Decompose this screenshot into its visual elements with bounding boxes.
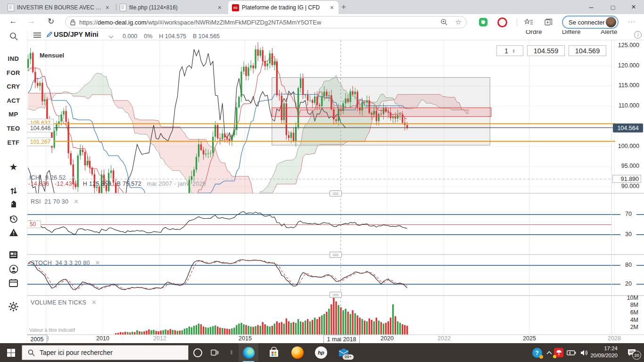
- favorites-star-icon[interactable]: ★: [0, 161, 27, 173]
- sidebar-item-for[interactable]: FOR: [0, 69, 27, 76]
- calendar-icon[interactable]: [0, 279, 27, 287]
- clock-date: 20/09/2020: [588, 352, 618, 359]
- settings-gear-icon[interactable]: [0, 302, 27, 312]
- taskbar-firefox-icon[interactable]: [288, 343, 307, 362]
- search-icon[interactable]: [0, 32, 27, 41]
- sidebar-item-mp[interactable]: MP: [0, 111, 27, 118]
- taskbar: Taper ici pour rechercher ‖ hp 99+ ?: [0, 343, 644, 362]
- task-view-icon[interactable]: [207, 343, 222, 362]
- sidebar-item-teo[interactable]: TEO: [0, 125, 27, 132]
- tray-notifications-icon[interactable]: 20: [623, 343, 640, 362]
- cortana-icon[interactable]: [191, 343, 204, 362]
- taskbar-clock[interactable]: 17:24 20/09/2020: [588, 345, 618, 359]
- taskbar-search-placeholder: Taper ici pour rechercher: [40, 349, 113, 356]
- taskbar-divider: ‖: [228, 343, 235, 362]
- sidebar-item-cry[interactable]: CRY: [0, 83, 27, 90]
- notification-badge: 20: [632, 351, 641, 360]
- alerts-warning-icon[interactable]: [0, 228, 27, 237]
- taskbar-store-icon[interactable]: [264, 343, 284, 362]
- sidebar-item-ind[interactable]: IND: [0, 55, 27, 62]
- sidebar-item-etf[interactable]: ETF: [0, 139, 27, 146]
- news-icon[interactable]: [0, 251, 27, 259]
- tray-battery-icon[interactable]: [565, 343, 578, 362]
- taskbar-search-icon: [28, 349, 35, 356]
- sidebar-item-act[interactable]: ACT: [0, 97, 27, 104]
- sidebar: INDFORCRYACTMPTEOETF ★: [0, 30, 27, 343]
- taskbar-edge-icon[interactable]: [239, 343, 258, 362]
- screen: INVESTIR EN BOURSE AVEC ICHI×file.php (1…: [0, 0, 644, 362]
- taskbar-mail-icon[interactable]: 99+: [333, 343, 355, 362]
- tray-help-icon[interactable]: ?: [529, 343, 545, 362]
- start-button[interactable]: [4, 343, 18, 362]
- transfer-arrows-icon[interactable]: [0, 187, 27, 195]
- tag-icon[interactable]: [0, 201, 27, 209]
- taskbar-search-input[interactable]: Taper ici pour rechercher: [22, 345, 189, 360]
- clock-time: 17:24: [588, 345, 618, 352]
- support-headset-icon[interactable]: [0, 264, 27, 274]
- tray-avira-icon[interactable]: [552, 343, 566, 362]
- history-clock-icon[interactable]: [0, 214, 27, 223]
- price-chart[interactable]: [0, 0, 644, 343]
- mail-badge: 99+: [342, 354, 354, 360]
- taskbar-hp-icon[interactable]: hp: [311, 343, 331, 362]
